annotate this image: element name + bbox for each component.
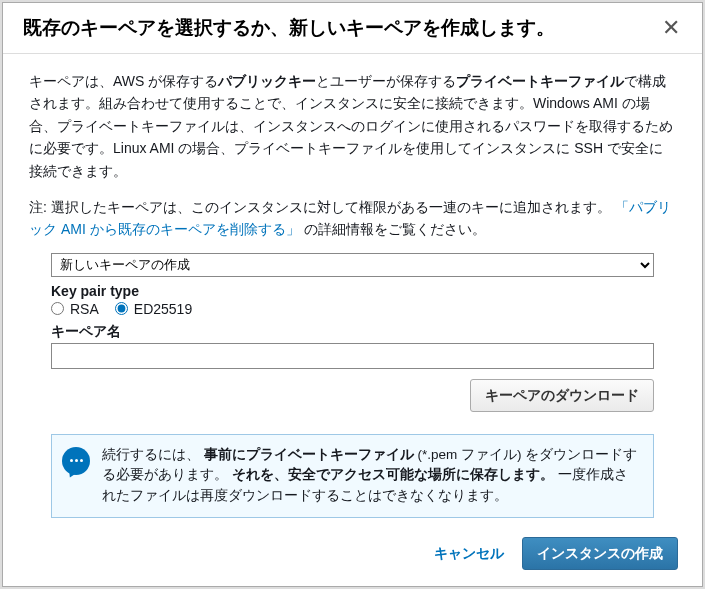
keypair-mode-select[interactable]: 新しいキーペアの作成 (51, 253, 654, 277)
info-box: 続行するには、 事前にプライベートキーファイル (*.pem ファイル) をダウ… (51, 434, 654, 519)
radio-rsa[interactable] (51, 302, 64, 315)
modal-footer: キャンセル インスタンスの作成 (3, 523, 702, 586)
kp-name-input[interactable] (51, 343, 654, 369)
kp-type-label: Key pair type (51, 283, 654, 299)
radio-ed25519-label[interactable]: ED25519 (134, 301, 192, 317)
close-icon[interactable]: ✕ (656, 13, 686, 43)
description-text: キーペアは、AWS が保存するパブリックキーとユーザーが保存するプライベートキー… (29, 70, 676, 182)
kp-type-radio-group: RSA ED25519 (51, 301, 654, 317)
kp-name-label: キーペア名 (51, 323, 654, 341)
keypair-modal: 既存のキーペアを選択するか、新しいキーペアを作成します。 ✕ キーペアは、AWS… (2, 2, 703, 587)
modal-title: 既存のキーペアを選択するか、新しいキーペアを作成します。 (23, 15, 656, 41)
speech-bubble-icon (62, 447, 90, 475)
info-text: 続行するには、 事前にプライベートキーファイル (*.pem ファイル) をダウ… (102, 445, 639, 508)
modal-body: キーペアは、AWS が保存するパブリックキーとユーザーが保存するプライベートキー… (3, 54, 702, 523)
download-keypair-button[interactable]: キーペアのダウンロード (470, 379, 654, 412)
note-text: 注: 選択したキーペアは、このインスタンスに対して権限がある一連のキーに追加され… (29, 196, 676, 241)
modal-header: 既存のキーペアを選択するか、新しいキーペアを作成します。 ✕ (3, 3, 702, 54)
launch-instance-button[interactable]: インスタンスの作成 (522, 537, 678, 570)
radio-rsa-label[interactable]: RSA (70, 301, 99, 317)
radio-ed25519[interactable] (115, 302, 128, 315)
form-area: 新しいキーペアの作成 Key pair type RSA ED25519 キーペ… (29, 253, 676, 519)
cancel-button[interactable]: キャンセル (422, 538, 516, 570)
